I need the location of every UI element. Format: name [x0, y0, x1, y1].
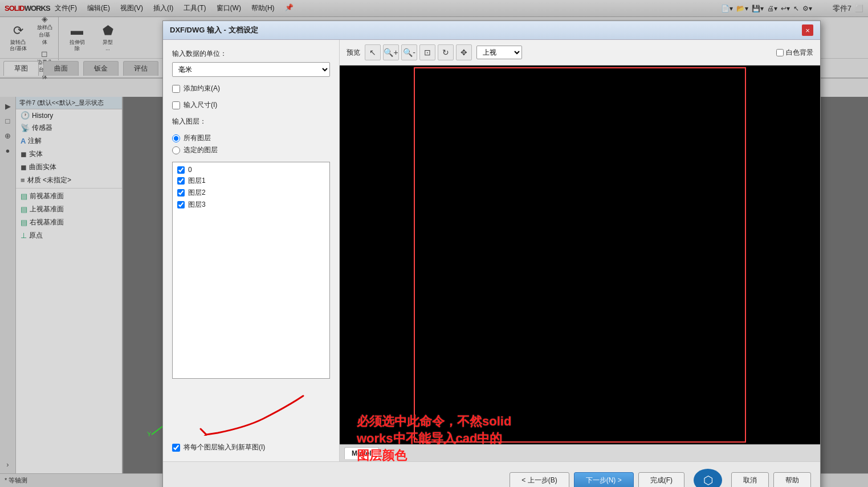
- modal-body: 输入数据的单位： 毫米 英寸 厘米 添加约束(A) 输入尺寸(I): [163, 40, 820, 461]
- preview-view-select[interactable]: 上视 前视 右视: [476, 46, 522, 59]
- modal-right-panel: 预览 ↖ 🔍+ 🔍- ⊡ ↻ ✥ 上视 前视 右视: [340, 40, 820, 461]
- scribble-area: [172, 390, 330, 436]
- selected-layers-row: 选定的图层: [172, 145, 330, 155]
- modal-titlebar: DXF/DWG 输入 - 文档设定 ×: [163, 21, 820, 40]
- modal-left-panel: 输入数据的单位： 毫米 英寸 厘米 添加约束(A) 输入尺寸(I): [163, 40, 340, 461]
- selected-layers-radio[interactable]: [172, 146, 180, 154]
- scribble-svg: [172, 390, 332, 436]
- cancel-button[interactable]: 取消: [731, 472, 769, 488]
- modal-overlay: DXF/DWG 输入 - 文档设定 × 输入数据的单位： 毫米 英寸 厘米: [0, 0, 868, 487]
- units-group: 输入数据的单位： 毫米 英寸 厘米: [172, 49, 330, 77]
- preview-label: 预览: [347, 48, 360, 58]
- white-bg-checkbox[interactable]: [776, 49, 784, 56]
- add-constraints-row: 添加约束(A): [172, 84, 330, 93]
- layers-radio-group: 所有图层 选定的图层: [172, 133, 330, 155]
- preview-canvas: [340, 66, 820, 444]
- prev-button[interactable]: < 上一步(B): [510, 472, 569, 488]
- all-layers-label[interactable]: 所有图层: [184, 133, 211, 143]
- preview-zoom-out-btn[interactable]: 🔍-: [401, 44, 417, 60]
- finish-button[interactable]: 完成(F): [638, 472, 684, 488]
- layer-list-box: 0 图层1 图层2 图层3: [172, 162, 330, 379]
- modal-close-button[interactable]: ×: [802, 24, 813, 36]
- add-constraints-checkbox[interactable]: [172, 85, 180, 93]
- preview-zoom-fit-btn[interactable]: ⊡: [419, 44, 435, 60]
- import-each-layer-row: 将每个图层输入到新草图(I): [172, 443, 330, 452]
- import-dimensions-row: 输入尺寸(I): [172, 100, 330, 110]
- preview-zoom-in-btn[interactable]: 🔍+: [383, 44, 399, 60]
- preview-toolbar: ↖ 🔍+ 🔍- ⊡ ↻ ✥: [365, 44, 472, 60]
- help-button[interactable]: 帮助: [773, 472, 811, 488]
- preview-white-bg-row: 白色背景: [776, 48, 813, 58]
- preview-header: 预览 ↖ 🔍+ 🔍- ⊡ ↻ ✥ 上视 前视 右视: [340, 40, 820, 66]
- layer-2-checkbox[interactable]: [177, 189, 185, 197]
- preview-refresh-btn[interactable]: ↻: [438, 44, 454, 60]
- modal-dialog: DXF/DWG 输入 - 文档设定 × 输入数据的单位： 毫米 英寸 厘米: [162, 21, 821, 487]
- layer-item-1: 图层1: [175, 175, 327, 187]
- layer-1-checkbox[interactable]: [177, 177, 185, 185]
- layer-2-label[interactable]: 图层2: [188, 188, 206, 198]
- layer-item-0: 0: [175, 165, 327, 175]
- preview-red-rect: [414, 67, 746, 443]
- all-layers-radio[interactable]: [172, 134, 180, 142]
- preview-tab-bar: Model: [340, 444, 820, 461]
- preview-cursor-btn[interactable]: ↖: [365, 44, 381, 60]
- selected-layers-label[interactable]: 选定的图层: [184, 145, 218, 155]
- add-constraints-label[interactable]: 添加约束(A): [184, 84, 220, 93]
- modal-footer: 必须选中此命令，不然solid works中不能导入cad中的 图层颜色 < 上…: [163, 461, 820, 487]
- layer-3-label[interactable]: 图层3: [188, 200, 206, 210]
- layer-1-label[interactable]: 图层1: [188, 176, 206, 186]
- layer-0-label[interactable]: 0: [188, 166, 192, 174]
- preview-tab-model[interactable]: Model: [344, 447, 379, 459]
- sw-footer-logo: ⬡: [694, 469, 722, 487]
- preview-pan-btn[interactable]: ✥: [456, 44, 472, 60]
- import-each-layer-label[interactable]: 将每个图层输入到新草图(I): [184, 443, 265, 452]
- units-label: 输入数据的单位：: [172, 49, 330, 59]
- layer-item-3: 图层3: [175, 199, 327, 211]
- import-each-layer-checkbox[interactable]: [172, 444, 180, 452]
- units-select[interactable]: 毫米 英寸 厘米: [172, 62, 330, 77]
- all-layers-row: 所有图层: [172, 133, 330, 143]
- import-dimensions-checkbox[interactable]: [172, 101, 180, 109]
- next-button[interactable]: 下一步(N) >: [574, 472, 634, 488]
- white-bg-label[interactable]: 白色背景: [786, 48, 813, 58]
- layer-3-checkbox[interactable]: [177, 201, 185, 208]
- layer-item-2: 图层2: [175, 187, 327, 199]
- import-layers-label: 输入图层：: [172, 117, 330, 126]
- modal-title: DXF/DWG 输入 - 文档设定: [170, 25, 258, 35]
- import-dimensions-label[interactable]: 输入尺寸(I): [184, 100, 217, 110]
- layer-0-checkbox[interactable]: [177, 166, 185, 174]
